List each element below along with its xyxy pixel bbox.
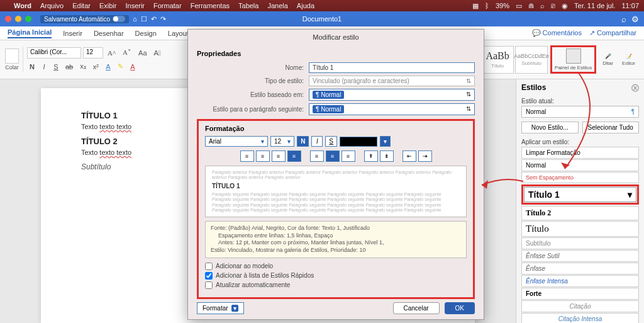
italic-icon[interactable]: I xyxy=(39,61,49,72)
bold-button[interactable]: N xyxy=(297,136,309,147)
increase-font-icon[interactable]: A^ xyxy=(105,47,118,59)
next-para-select[interactable]: ¶ Normal⇅ xyxy=(309,103,475,115)
font-size-select[interactable]: 12 xyxy=(83,47,103,59)
menu-formatar[interactable]: Formatar xyxy=(153,2,182,9)
menu-ajuda[interactable]: Ajuda xyxy=(297,2,314,9)
redo-icon[interactable]: ↷ xyxy=(160,15,166,23)
style-enfase-sutil[interactable]: Ênfase Sutil xyxy=(521,250,639,262)
search-icon[interactable]: ⌕ xyxy=(540,2,545,9)
based-on-select[interactable]: ¶ Normal⇅ xyxy=(309,89,475,101)
underline-icon[interactable]: S xyxy=(51,61,61,72)
style-titulo[interactable]: Título xyxy=(521,221,639,237)
apps-icon[interactable]: ▦ xyxy=(472,2,479,10)
siri-icon[interactable]: ◉ xyxy=(562,2,568,10)
highlight-icon[interactable]: ✎ xyxy=(115,60,126,72)
menu-exibir[interactable]: Exibir xyxy=(99,2,117,9)
home-icon[interactable]: ⌂ xyxy=(133,15,137,23)
line-spacing-2-icon[interactable]: ≡ xyxy=(341,150,355,162)
align-left-icon[interactable]: ≡ xyxy=(240,150,254,162)
wifi-icon[interactable]: ⋒ xyxy=(528,2,534,10)
style-preview-subtitulo[interactable]: AaBbCcDdEe Subtítulo xyxy=(515,46,548,74)
select-all-button[interactable]: Selecionar Tudo xyxy=(582,122,640,133)
style-forte[interactable]: Forte xyxy=(521,288,639,300)
font-color-icon[interactable]: A xyxy=(103,61,113,72)
style-citacao[interactable]: Citação xyxy=(521,300,639,312)
paste-button[interactable]: Colar xyxy=(5,48,19,71)
bold-icon[interactable]: N xyxy=(27,61,37,72)
superscript-icon[interactable]: x² xyxy=(91,61,101,72)
tab-insert[interactable]: Inserir xyxy=(63,30,82,37)
indent-right-icon[interactable]: ⇥ xyxy=(418,150,432,162)
menu-editar[interactable]: Editar xyxy=(72,2,91,9)
new-style-button[interactable]: Novo Estilo... xyxy=(521,122,579,133)
menu-ferramentas[interactable]: Ferramentas xyxy=(191,2,230,9)
save-icon[interactable]: ☐ xyxy=(141,15,147,23)
editor-button[interactable]: 📝 Editor xyxy=(618,54,639,66)
italic-button[interactable]: I xyxy=(311,136,323,147)
ok-button[interactable]: OK xyxy=(445,302,475,314)
undo-icon[interactable]: ↶ xyxy=(151,15,157,23)
style-normal[interactable]: Normal xyxy=(521,159,639,171)
menu-tabela[interactable]: Tabela xyxy=(238,2,258,9)
space-after-icon[interactable]: ⇟ xyxy=(380,150,394,162)
battery-icon[interactable]: ▭ xyxy=(516,2,522,10)
clear-format-icon[interactable]: A⃠ xyxy=(152,47,164,59)
style-clear-format[interactable]: Limpar Formatação xyxy=(521,147,639,159)
share-button[interactable]: ↗ Compartilhar xyxy=(589,29,636,37)
change-case-icon[interactable]: Aa xyxy=(136,47,149,59)
style-name-input[interactable]: Título 1 xyxy=(309,62,475,73)
autosave-toggle[interactable]: Salvamento Automático xyxy=(40,15,129,23)
color-dropdown-icon[interactable]: ▾ xyxy=(380,136,391,147)
menu-janela[interactable]: Janela xyxy=(267,2,287,9)
add-to-template-checkbox[interactable] xyxy=(205,263,213,270)
style-subtitulo[interactable]: Subtítulo xyxy=(521,237,639,249)
style-enfase[interactable]: Ênfase xyxy=(521,263,639,275)
menu-inserir[interactable]: Inserir xyxy=(125,2,145,9)
font-family-select[interactable]: Arial▾ xyxy=(205,136,268,147)
line-spacing-1-icon[interactable]: ≡ xyxy=(310,150,324,162)
tab-layout[interactable]: Layout xyxy=(168,30,189,37)
style-preview-titulo[interactable]: AaBb Título xyxy=(481,46,514,74)
tab-draw[interactable]: Desenhar xyxy=(94,30,124,37)
format-menu-button[interactable]: Formatar▾ xyxy=(197,302,244,314)
menubar-date[interactable]: Ter. 11 de jul. xyxy=(574,2,615,9)
chevron-down-icon[interactable]: ▾ xyxy=(628,190,632,200)
font-family-select[interactable]: Calibri (Cor... xyxy=(27,47,81,59)
style-no-spacing[interactable]: Sem Espaçamento xyxy=(521,172,639,183)
align-justify-icon[interactable]: ≡ xyxy=(287,150,301,162)
space-before-icon[interactable]: ⇞ xyxy=(364,150,378,162)
add-to-quickstyles-checkbox[interactable] xyxy=(205,272,213,280)
tab-home[interactable]: Página Inicial xyxy=(8,28,52,38)
style-titulo1[interactable]: Título 1▾ xyxy=(524,187,636,202)
dictate-button[interactable]: 🎤 Ditar xyxy=(599,54,617,66)
cancel-button[interactable]: Cancelar xyxy=(393,302,440,314)
minimize-window-icon[interactable] xyxy=(15,16,21,22)
search-doc-icon[interactable]: ⌕ xyxy=(621,14,626,24)
control-center-icon[interactable]: ⎚ xyxy=(551,2,555,9)
tab-design[interactable]: Design xyxy=(135,30,157,37)
subscript-icon[interactable]: x₂ xyxy=(77,60,89,72)
align-center-icon[interactable]: ≡ xyxy=(256,150,270,162)
current-style-box[interactable]: Normal¶ xyxy=(521,106,639,118)
menu-arquivo[interactable]: Arquivo xyxy=(40,2,64,9)
style-enfase-intensa[interactable]: Ênfase Intensa xyxy=(521,275,639,287)
align-right-icon[interactable]: ≡ xyxy=(272,150,286,162)
app-name[interactable]: Word xyxy=(14,2,31,9)
line-spacing-15-icon[interactable]: ≡ xyxy=(326,150,340,162)
comments-button[interactable]: 💬 Comentários xyxy=(532,29,582,37)
font-color-swatch[interactable] xyxy=(340,137,377,147)
maximize-window-icon[interactable] xyxy=(25,16,31,22)
font-size-select[interactable]: 12▾ xyxy=(270,136,294,147)
auto-update-checkbox[interactable] xyxy=(205,281,213,289)
strike-icon[interactable]: ab xyxy=(63,61,75,72)
styles-pane-button[interactable]: Painel de Estilos xyxy=(550,45,596,74)
underline-button[interactable]: S xyxy=(325,136,337,147)
style-citacao-intensa[interactable]: Citação Intensa xyxy=(521,313,639,323)
decrease-font-icon[interactable]: A˅ xyxy=(120,47,134,59)
close-icon[interactable]: ⓧ xyxy=(631,83,639,94)
menubar-time[interactable]: 11:07 xyxy=(621,2,639,9)
style-titulo2[interactable]: Título 2 xyxy=(521,206,639,220)
settings-icon[interactable]: ⚙ xyxy=(631,14,639,24)
bluetooth-icon[interactable]: ᛒ xyxy=(485,2,489,9)
indent-left-icon[interactable]: ⇤ xyxy=(402,150,416,162)
